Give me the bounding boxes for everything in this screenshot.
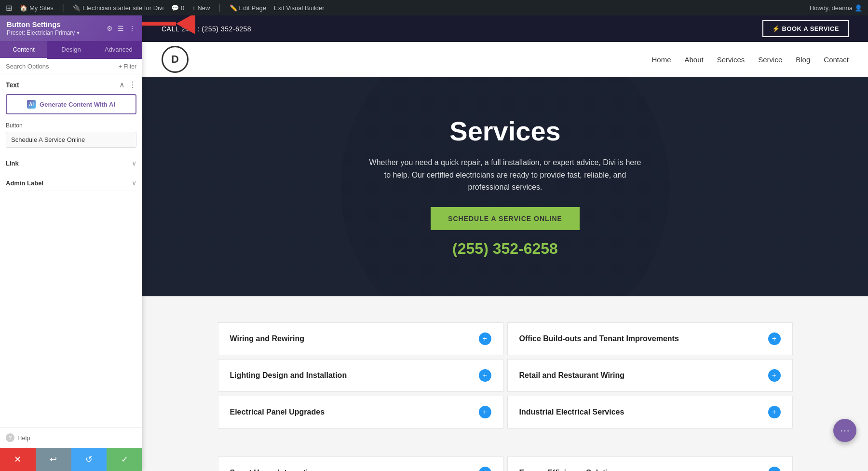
- nav-contact[interactable]: Contact: [824, 55, 849, 64]
- text-section-header: Text ∧ ⋮: [6, 80, 136, 89]
- help-icon: ?: [6, 433, 14, 442]
- service-name-lighting: Lighting Design and Installation: [230, 371, 347, 380]
- panel-tabs: Content Design Advanced: [0, 41, 142, 59]
- service-name-panel: Electrical Panel Upgrades: [230, 408, 325, 416]
- service-item-office[interactable]: Office Build-outs and Tenant Improvement…: [507, 322, 793, 355]
- save-button[interactable]: ✓: [107, 448, 142, 471]
- service-expand-panel[interactable]: +: [479, 406, 491, 418]
- bottom-cards-section: Smart Home Integration + Energy Efficien…: [142, 455, 868, 471]
- service-item-wiring[interactable]: Wiring and Rewiring +: [218, 322, 503, 355]
- comments-link[interactable]: 💬 0: [171, 4, 184, 12]
- service-expand-office[interactable]: +: [768, 332, 781, 345]
- button-text-input[interactable]: [6, 132, 136, 148]
- exit-builder-link[interactable]: Exit Visual Builder: [274, 4, 325, 12]
- panel-header-icons: ⚙ ☰ ⋮: [107, 25, 136, 32]
- service-name-smart: Smart Home Integration: [230, 469, 317, 471]
- section-controls: ∧ ⋮: [119, 80, 136, 89]
- panel-settings-icon[interactable]: ⚙: [107, 25, 113, 32]
- services-section: Wiring and Rewiring + Office Build-outs …: [142, 296, 868, 455]
- link-accordion-header[interactable]: Link ∨: [6, 155, 136, 171]
- collapse-text-button[interactable]: ∧: [119, 80, 125, 89]
- tab-design[interactable]: Design: [47, 41, 95, 59]
- panel-layout-icon[interactable]: ☰: [118, 25, 124, 32]
- nav-about[interactable]: About: [685, 55, 704, 64]
- ai-icon: AI: [27, 100, 36, 109]
- site-name-link[interactable]: 🔌 Electrician starter site for Divi: [73, 4, 163, 12]
- panel-content: Text ∧ ⋮ AI Generate Content With AI But…: [0, 74, 142, 427]
- topbar-phone: CALL 24/7 : (255) 352-6258: [162, 25, 251, 33]
- fab-menu-button[interactable]: ⋯: [833, 419, 856, 442]
- nav-blog[interactable]: Blog: [796, 55, 810, 64]
- close-discard-button[interactable]: ✕: [0, 448, 36, 471]
- service-expand-lighting[interactable]: +: [479, 369, 491, 382]
- wp-admin-bar: ⊞ 🏠 My Sites | 🔌 Electrician starter sit…: [0, 0, 868, 15]
- panel-title-area: Button Settings Preset: Electrician Prim…: [7, 20, 80, 36]
- search-options-input[interactable]: [6, 63, 115, 70]
- hero-cta-button[interactable]: SCHEDULE A SERVICE ONLINE: [431, 207, 580, 230]
- help-section[interactable]: ? Help: [0, 427, 142, 448]
- site-navbar: D Home About Services Service Blog Conta…: [142, 42, 868, 77]
- service-expand-smart[interactable]: +: [479, 467, 491, 471]
- service-item-industrial[interactable]: Industrial Electrical Services +: [507, 396, 793, 429]
- bottom-cards-grid: Smart Home Integration + Energy Efficien…: [216, 455, 795, 471]
- ai-generate-button[interactable]: AI Generate Content With AI: [6, 94, 136, 114]
- service-name-wiring: Wiring and Rewiring: [230, 334, 305, 343]
- panel-title: Button Settings: [7, 20, 80, 28]
- edit-page-link[interactable]: ✏️ Edit Page: [230, 4, 266, 12]
- service-item-lighting[interactable]: Lighting Design and Installation +: [218, 359, 503, 392]
- hero-description: Whether you need a quick repair, a full …: [366, 156, 645, 194]
- wp-logo[interactable]: ⊞: [6, 3, 12, 13]
- panel-header: Button Settings Preset: Electrician Prim…: [0, 15, 142, 41]
- admin-label-accordion-header[interactable]: Admin Label ∨: [6, 175, 136, 191]
- site-topbar: CALL 24/7 : (255) 352-6258 ⚡ BOOK A SERV…: [142, 15, 868, 42]
- service-expand-wiring[interactable]: +: [479, 332, 491, 345]
- undo-button[interactable]: ↩: [36, 448, 71, 471]
- service-name-office: Office Build-outs and Tenant Improvement…: [519, 334, 679, 343]
- service-name-energy: Energy Efficiency Solutions: [519, 469, 622, 471]
- service-item-retail[interactable]: Retail and Restaurant Wiring +: [507, 359, 793, 392]
- panel-toolbar: ✕ ↩ ↺ ✓: [0, 448, 142, 471]
- howdy-user[interactable]: Howdy, deanna 👤: [810, 4, 862, 12]
- nav-home[interactable]: Home: [651, 55, 671, 64]
- divi-panel: Button Settings Preset: Electrician Prim…: [0, 15, 142, 471]
- service-expand-industrial[interactable]: +: [768, 406, 781, 418]
- my-sites-menu[interactable]: 🏠 My Sites: [20, 4, 54, 12]
- text-section-title: Text: [6, 81, 19, 89]
- panel-more-icon[interactable]: ⋮: [129, 25, 136, 32]
- service-item-smart[interactable]: Smart Home Integration +: [218, 457, 503, 471]
- site-nav: Home About Services Service Blog Contact: [651, 55, 849, 64]
- panel-preset[interactable]: Preset: Electrician Primary ▾: [7, 29, 80, 36]
- new-link[interactable]: + New: [192, 4, 210, 12]
- service-expand-energy[interactable]: +: [768, 467, 781, 471]
- redo-button[interactable]: ↺: [71, 448, 107, 471]
- filter-button[interactable]: + Filter: [119, 63, 136, 70]
- button-field-group: Button: [6, 122, 136, 148]
- hero-section: Services Whether you need a quick repair…: [142, 77, 868, 296]
- admin-label-chevron-icon: ∨: [132, 179, 136, 187]
- admin-bar-right: Howdy, deanna 👤: [810, 4, 862, 12]
- hero-phone: (255) 352-6258: [452, 240, 558, 258]
- fab-icon: ⋯: [840, 425, 850, 436]
- tab-advanced[interactable]: Advanced: [95, 41, 142, 59]
- more-text-button[interactable]: ⋮: [129, 80, 136, 89]
- site-logo: D: [162, 46, 189, 73]
- admin-label-accordion-title: Admin Label: [6, 180, 43, 187]
- services-grid: Wiring and Rewiring + Office Build-outs …: [216, 320, 795, 430]
- button-field-label: Button: [6, 122, 136, 129]
- main-content: CALL 24/7 : (255) 352-6258 ⚡ BOOK A SERV…: [142, 15, 868, 471]
- book-service-button[interactable]: ⚡ BOOK A SERVICE: [762, 20, 849, 37]
- nav-services[interactable]: Services: [717, 55, 745, 64]
- service-name-retail: Retail and Restaurant Wiring: [519, 371, 625, 380]
- service-item-panel[interactable]: Electrical Panel Upgrades +: [218, 396, 503, 429]
- panel-search-area: + Filter: [0, 59, 142, 74]
- service-expand-retail[interactable]: +: [768, 369, 781, 382]
- link-accordion: Link ∨: [6, 155, 136, 171]
- hero-title: Services: [449, 115, 560, 147]
- link-accordion-title: Link: [6, 160, 19, 167]
- admin-label-accordion: Admin Label ∨: [6, 175, 136, 191]
- nav-service[interactable]: Service: [758, 55, 782, 64]
- service-item-energy[interactable]: Energy Efficiency Solutions +: [507, 457, 793, 471]
- tab-content[interactable]: Content: [0, 41, 47, 59]
- service-name-industrial: Industrial Electrical Services: [519, 408, 624, 416]
- link-chevron-icon: ∨: [132, 159, 136, 167]
